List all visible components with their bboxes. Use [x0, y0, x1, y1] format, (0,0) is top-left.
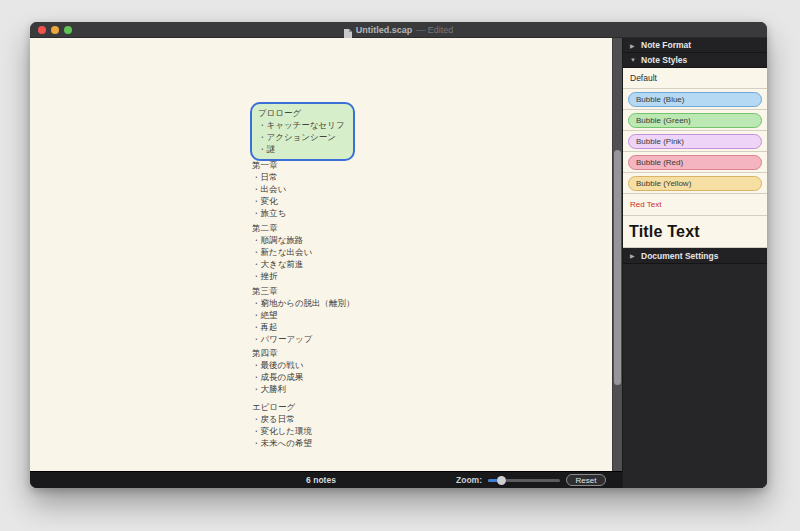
note-line: ・大きな前進	[252, 258, 312, 270]
style-bubble-swatch: Bubble (Yellow)	[628, 176, 762, 191]
note-text[interactable]: 第一章・日常・出会い・変化・旅立ち	[252, 159, 286, 219]
note-line: ・日常	[252, 171, 286, 183]
style-row-title-text[interactable]: Title Text	[623, 216, 767, 248]
zoom-slider-thumb[interactable]	[497, 476, 506, 485]
style-label: Bubble (Pink)	[636, 137, 684, 146]
note-line: ・大勝利	[252, 383, 303, 395]
note-line: ・変化	[252, 195, 286, 207]
vertical-scrollbar[interactable]	[612, 38, 622, 471]
note-line: ・旅立ち	[252, 207, 286, 219]
note-text[interactable]: 第三章・窮地からの脱出（離別）・絶望・再起・パワーアップ	[252, 285, 355, 345]
document-title: Untitled.scap	[356, 25, 413, 35]
window-title: Untitled.scap — Edited	[30, 22, 767, 37]
note-line: ・アクションシーン	[258, 131, 345, 143]
sidebar-filler	[623, 264, 767, 488]
note-line: ・パワーアップ	[252, 333, 355, 345]
note-line: ・キャッチーなセリフ	[258, 119, 345, 131]
note-styles-list: DefaultBubble (Blue)Bubble (Green)Bubble…	[623, 68, 767, 248]
section-note-format[interactable]: ▶ Note Format	[623, 38, 767, 53]
style-row-bubble-blue[interactable]: Bubble (Blue)	[623, 89, 767, 110]
style-label: Red Text	[623, 200, 661, 209]
inspector-sidebar: ▶ Note Format ▼ Note Styles DefaultBubbl…	[622, 38, 767, 488]
note-line: ・謎	[258, 143, 345, 155]
zoom-icon[interactable]	[64, 26, 72, 34]
style-bubble-swatch: Bubble (Pink)	[628, 134, 762, 149]
note-line: 第二章	[252, 222, 312, 234]
collapsed-triangle-icon: ▶	[630, 252, 636, 259]
note-line: ・新たな出会い	[252, 246, 312, 258]
minimize-icon[interactable]	[51, 26, 59, 34]
note-line: エピローグ	[252, 401, 312, 413]
note-line: 第四章	[252, 347, 303, 359]
main-area: プロローグ・キャッチーなセリフ・アクションシーン・謎第一章・日常・出会い・変化・…	[30, 38, 767, 488]
note-line: 第一章	[252, 159, 286, 171]
style-bubble-swatch: Bubble (Blue)	[628, 92, 762, 107]
titlebar[interactable]: Untitled.scap — Edited	[30, 22, 767, 38]
note-line: ・順調な旅路	[252, 234, 312, 246]
note-bubble-selected[interactable]: プロローグ・キャッチーなセリフ・アクションシーン・謎	[250, 102, 355, 161]
note-line: ・出会い	[252, 183, 286, 195]
note-line: ・未来への希望	[252, 437, 312, 449]
note-line: ・変化した環境	[252, 425, 312, 437]
note-line: ・挫折	[252, 270, 312, 282]
note-text[interactable]: 第二章・順調な旅路・新たな出会い・大きな前進・挫折	[252, 222, 312, 282]
traffic-lights	[38, 26, 72, 34]
scrollbar-thumb[interactable]	[614, 150, 621, 385]
note-line: ・最後の戦い	[252, 359, 303, 371]
note-styles-label: Note Styles	[641, 55, 687, 65]
note-line: ・窮地からの脱出（離別）	[252, 297, 355, 309]
style-row-red-text[interactable]: Red Text	[623, 194, 767, 216]
note-line: ・絶望	[252, 309, 355, 321]
style-label: Bubble (Green)	[636, 116, 691, 125]
style-row-bubble-pink[interactable]: Bubble (Pink)	[623, 131, 767, 152]
note-line: 第三章	[252, 285, 355, 297]
style-label: Bubble (Blue)	[636, 95, 684, 104]
note-text[interactable]: 第四章・最後の戦い・成長の成果・大勝利	[252, 347, 303, 395]
style-row-bubble-green[interactable]: Bubble (Green)	[623, 110, 767, 131]
section-document-settings[interactable]: ▶ Document Settings	[623, 248, 767, 264]
style-row-bubble-yellow[interactable]: Bubble (Yellow)	[623, 173, 767, 194]
note-text[interactable]: エピローグ・戻る日常・変化した環境・未来への希望	[252, 401, 312, 449]
note-line: ・再起	[252, 321, 355, 333]
app-window: Untitled.scap — Edited プロローグ・キャッチーなセリフ・ア…	[30, 22, 767, 488]
collapsed-triangle-icon: ▶	[630, 42, 636, 49]
expanded-triangle-icon: ▼	[630, 57, 636, 63]
style-label: Title Text	[623, 223, 700, 241]
document-icon	[344, 25, 352, 35]
style-label: Bubble (Red)	[636, 158, 683, 167]
canvas-wrap: プロローグ・キャッチーなセリフ・アクションシーン・謎第一章・日常・出会い・変化・…	[30, 38, 622, 471]
status-bar: 6 notes Zoom: Reset	[30, 471, 622, 488]
document-settings-label: Document Settings	[641, 251, 718, 261]
style-label: Bubble (Yellow)	[636, 179, 691, 188]
style-label: Default	[623, 73, 657, 83]
scapple-canvas[interactable]: プロローグ・キャッチーなセリフ・アクションシーン・謎第一章・日常・出会い・変化・…	[30, 38, 612, 471]
close-icon[interactable]	[38, 26, 46, 34]
edited-badge: — Edited	[416, 25, 453, 35]
style-row-default[interactable]: Default	[623, 68, 767, 89]
note-line: ・戻る日常	[252, 413, 312, 425]
section-note-styles[interactable]: ▼ Note Styles	[623, 53, 767, 68]
style-bubble-swatch: Bubble (Green)	[628, 113, 762, 128]
note-format-label: Note Format	[641, 40, 691, 50]
zoom-slider[interactable]	[488, 475, 560, 486]
note-line: ・成長の成果	[252, 371, 303, 383]
canvas-column: プロローグ・キャッチーなセリフ・アクションシーン・謎第一章・日常・出会い・変化・…	[30, 38, 622, 488]
note-line: プロローグ	[258, 107, 345, 119]
style-row-bubble-red[interactable]: Bubble (Red)	[623, 152, 767, 173]
style-bubble-swatch: Bubble (Red)	[628, 155, 762, 170]
